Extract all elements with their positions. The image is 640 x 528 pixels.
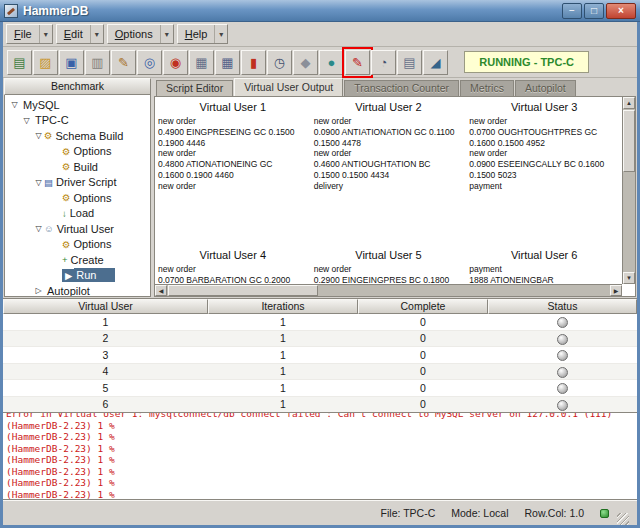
- column-header-virtual-user[interactable]: Virtual User: [3, 299, 208, 314]
- tree-item-autopilot[interactable]: ▷Autopilot: [5, 283, 150, 297]
- menu-file[interactable]: File ▾: [6, 24, 53, 44]
- scroll-right-icon[interactable]: ▶: [610, 285, 622, 296]
- new-script-button[interactable]: ▤: [7, 50, 32, 75]
- window-frame: File ▾ Edit ▾ Options ▾ Help ▾ ▤ ▨ ▣ ▥ ✎…: [0, 22, 640, 528]
- expander-icon[interactable]: ▽: [33, 131, 44, 140]
- status-bar: File: TPC-C Mode: Local Row.Col: 1.0: [3, 500, 637, 525]
- resize-grip[interactable]: [617, 513, 629, 525]
- open-script-button[interactable]: ▨: [33, 50, 58, 75]
- tab-virtual-user-output[interactable]: Virtual User Output: [234, 78, 343, 96]
- maximize-button[interactable]: □: [584, 3, 604, 19]
- minimize-button[interactable]: −: [562, 3, 582, 19]
- scrollbar-thumb[interactable]: [168, 285, 318, 296]
- search-button[interactable]: ◎: [137, 50, 162, 75]
- tree-item-driver-options[interactable]: ⚙Options: [5, 190, 150, 206]
- column-header-iterations[interactable]: Iterations: [208, 299, 358, 314]
- tree-item-label: TPC-C: [35, 114, 69, 126]
- vu-output-text: new order 0.0700 OUGHTOUGHTPRES GC 0.160…: [469, 116, 619, 192]
- expander-icon[interactable]: ▽: [33, 178, 44, 187]
- gear-icon: ⚙: [62, 146, 71, 157]
- stop-button[interactable]: ◉: [163, 50, 188, 75]
- expander-icon[interactable]: ▽: [21, 116, 32, 125]
- tree-item-run[interactable]: ▶Run: [5, 268, 150, 284]
- expander-icon[interactable]: ▷: [33, 286, 44, 295]
- save-script-button[interactable]: ▣: [59, 50, 84, 75]
- log-lines: (HammerDB-2.23) 1 % (HammerDB-2.23) 1 % …: [6, 420, 634, 501]
- copy-icon: ▦: [195, 56, 207, 69]
- tree-item-label: Schema Build: [56, 130, 124, 142]
- statusbar-mode: Mode: Local: [451, 507, 508, 519]
- table-row[interactable]: 310: [3, 347, 637, 364]
- transaction-counter-button[interactable]: ▮: [241, 50, 266, 75]
- tree-item-build[interactable]: ⚙Build: [5, 159, 150, 175]
- tree-item-driver-script[interactable]: ▽▤Driver Script: [5, 175, 150, 191]
- hammerdb-window: HammerDB − □ × File ▾ Edit ▾ Options ▾ H…: [0, 0, 640, 528]
- stop-icon: ◉: [170, 56, 181, 69]
- table-header: Virtual User Iterations Complete Status: [3, 299, 637, 314]
- hammerdb-logo-icon: [4, 4, 18, 18]
- gear-icon: ⚙: [62, 239, 71, 250]
- tree-item-tpcc[interactable]: ▽TPC-C: [5, 113, 150, 129]
- title-bar[interactable]: HammerDB − □ ×: [0, 0, 640, 22]
- scrollbar-track[interactable]: [623, 173, 635, 272]
- table-row[interactable]: 410: [3, 364, 637, 381]
- chevron-down-icon: ▾: [39, 25, 52, 43]
- vertical-scrollbar[interactable]: ▲ ▼: [622, 97, 635, 284]
- metrics-icon: ●: [328, 56, 336, 69]
- edit-script-icon: ✎: [118, 56, 129, 69]
- timer-button[interactable]: ◷: [267, 50, 292, 75]
- run-virtual-users-button[interactable]: ✎: [345, 50, 370, 75]
- scroll-up-icon[interactable]: ▲: [623, 97, 635, 109]
- horizontal-scrollbar[interactable]: ◀ ▶: [155, 284, 622, 296]
- options-button[interactable]: ◆: [293, 50, 318, 75]
- chevron-down-icon: ▾: [90, 25, 103, 43]
- scrollbar-thumb[interactable]: [623, 110, 635, 172]
- close-button[interactable]: ×: [606, 3, 636, 19]
- benchmark-header[interactable]: Benchmark: [4, 78, 151, 95]
- print-script-button[interactable]: ▥: [85, 50, 110, 75]
- tree-item-virtual-user[interactable]: ▽☺Virtual User: [5, 221, 150, 237]
- menu-edit-label: Edit: [57, 25, 90, 43]
- expander-icon[interactable]: ▽: [33, 224, 44, 233]
- menu-edit[interactable]: Edit ▾: [56, 24, 104, 44]
- expander-icon[interactable]: ▽: [9, 100, 20, 109]
- autopilot-button[interactable]: ◔: [371, 50, 396, 75]
- complete-cell: 0: [358, 349, 488, 361]
- edit-script-button[interactable]: ✎: [111, 50, 136, 75]
- iterations-cell: 1: [208, 382, 358, 394]
- tree-item-label: Options: [74, 192, 112, 204]
- tree-item-create[interactable]: +Create: [5, 252, 150, 268]
- load-icon: ↓: [62, 208, 67, 219]
- menu-options[interactable]: Options ▾: [107, 24, 174, 44]
- metrics-button[interactable]: ●: [319, 50, 344, 75]
- tree-item-schema-build[interactable]: ▽⚙Schema Build: [5, 128, 150, 144]
- menu-help[interactable]: Help ▾: [177, 24, 229, 44]
- column-header-complete[interactable]: Complete: [358, 299, 488, 314]
- table-row[interactable]: 210: [3, 331, 637, 348]
- graph-button[interactable]: ◢: [423, 50, 448, 75]
- tab-script-editor[interactable]: Script Editor: [156, 80, 233, 96]
- tree-item-load[interactable]: ↓Load: [5, 206, 150, 222]
- report-button[interactable]: ▤: [397, 50, 422, 75]
- report-icon: ▤: [403, 56, 415, 69]
- table-row[interactable]: 510: [3, 380, 637, 397]
- menu-file-label: File: [7, 25, 39, 43]
- column-header-status[interactable]: Status: [488, 299, 637, 314]
- table-row[interactable]: 110: [3, 314, 637, 331]
- status-icon: [557, 400, 568, 411]
- tree-item-schema-options[interactable]: ⚙Options: [5, 144, 150, 160]
- copy-button[interactable]: ▦: [189, 50, 214, 75]
- complete-cell: 0: [358, 365, 488, 377]
- table-row[interactable]: 610: [3, 397, 637, 413]
- scrollbar-track[interactable]: [319, 285, 610, 296]
- scroll-down-icon[interactable]: ▼: [623, 272, 635, 284]
- tree-item-mysql[interactable]: ▽MySQL: [5, 97, 150, 113]
- tree-item-vu-options[interactable]: ⚙Options: [5, 237, 150, 253]
- vu-output-title: Virtual User 4: [158, 246, 308, 264]
- schema-build-button[interactable]: ▦: [215, 50, 240, 75]
- scroll-left-icon[interactable]: ◀: [155, 285, 167, 296]
- complete-cell: 0: [358, 316, 488, 328]
- new-script-icon: ▤: [13, 56, 25, 69]
- status-cell: [488, 332, 637, 345]
- gears-icon: ⚙: [44, 130, 53, 141]
